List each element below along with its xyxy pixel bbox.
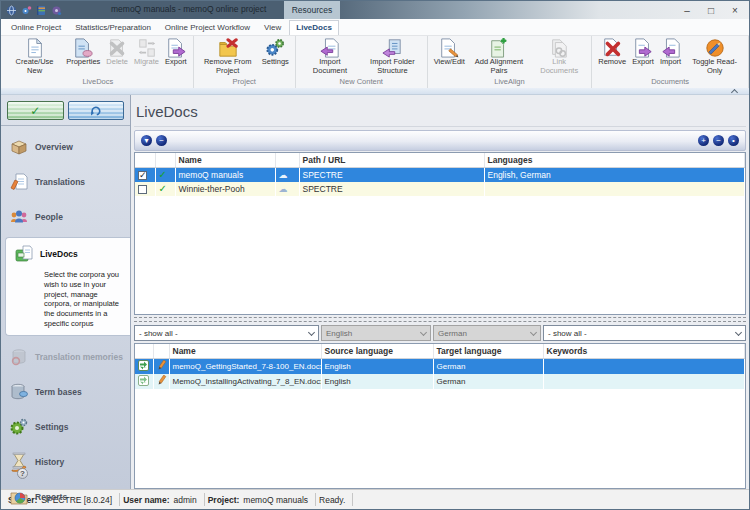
content-area: ✓ Overview Translations People	[1, 95, 749, 489]
remote-corpus-cloud-icon: ☁	[279, 184, 288, 194]
sidebar-item-people[interactable]: People	[1, 203, 130, 231]
sidebar-item-reports[interactable]: Reports	[1, 483, 130, 510]
sidebar-item-overview[interactable]: Overview	[1, 133, 130, 161]
sidebar-item-translations[interactable]: Translations	[1, 168, 130, 196]
tab-view[interactable]: View	[258, 21, 287, 35]
docs-col-source[interactable]: Source language	[321, 344, 433, 359]
delete-button: Delete	[104, 37, 130, 68]
apply-button[interactable]: ✓	[7, 101, 64, 120]
help-icon[interactable]: ?	[17, 468, 28, 479]
project-settings-button[interactable]: Settings	[260, 37, 291, 68]
docs-col-name[interactable]: Name	[169, 344, 321, 359]
sidebar-item-term-bases[interactable]: Term bases	[1, 378, 130, 406]
document-filters: - show all - English German - show all -	[134, 325, 746, 341]
corpora-col-languages[interactable]: Languages	[484, 153, 745, 168]
docs-col-icon[interactable]	[135, 344, 153, 359]
view-edit-button[interactable]: View/Edit	[432, 37, 467, 68]
close-button[interactable]: ×	[723, 1, 747, 19]
project-sidebar: ✓ Overview Translations People	[1, 95, 131, 489]
address-book-icon[interactable]	[36, 5, 47, 16]
clear-filter-icon[interactable]: −	[156, 135, 167, 146]
docs-col-pen[interactable]	[153, 344, 169, 359]
import-document2-button[interactable]: Import	[658, 37, 683, 68]
corpus-row-memoq-manuals[interactable]: ✓ memoQ manuals ☁ SPECTRE English, Germa…	[135, 168, 745, 182]
remote-corpus-cloud-icon: ☁	[279, 170, 288, 180]
import-folder-structure-button[interactable]: Import Folder Structure	[362, 37, 423, 76]
tab-livedocs[interactable]: LiveDocs	[289, 20, 339, 35]
chevron-down-icon	[308, 329, 315, 336]
docs-col-target[interactable]: Target language	[433, 344, 543, 359]
status-user: User name:admin	[120, 493, 204, 506]
chevron-down-icon	[735, 329, 742, 336]
import-folder-icon	[382, 38, 402, 58]
corpus-active-check-icon: ✓	[159, 169, 167, 180]
corpora-col-cloud[interactable]	[275, 153, 299, 168]
window-controls: – □ ×	[675, 1, 747, 19]
corpus-row-winnie-ther-pooh[interactable]: ✓ Winnie-ther-Pooh ☁ SPECTRE	[135, 182, 745, 196]
ribbon-group-livedocs: Create/Use New Properties Delete Migrate…	[3, 36, 194, 88]
properties-button[interactable]: Properties	[64, 37, 102, 68]
translation-memories-icon	[9, 347, 29, 367]
export-doc-icon	[633, 38, 653, 58]
quick-settings-icon[interactable]	[21, 5, 32, 16]
corpora-table: Name Path / URL Languages ✓ memoQ manual…	[134, 152, 746, 315]
link-documents-icon	[549, 38, 569, 58]
toggle-read-only-button[interactable]: Toggle Read-Only	[685, 37, 744, 76]
document-row-getting-started[interactable]: memoQ_GettingStarted_7-8-100_EN.docx-mem…	[135, 359, 745, 375]
corpora-col-name[interactable]: Name	[175, 153, 275, 168]
remove-folder-icon	[218, 38, 238, 58]
read-only-icon	[705, 38, 725, 58]
add-corpus-icon[interactable]: +	[698, 135, 709, 146]
document-row-installing-activating[interactable]: MemoQ_InstallingActivating_7_8_EN.docx-M…	[135, 374, 745, 389]
corpus-checkbox[interactable]	[138, 171, 147, 180]
add-alignment-pairs-button[interactable]: Add Alignment Pairs	[469, 37, 529, 76]
pane-splitter[interactable]	[134, 317, 746, 322]
ribbon-bottom-edge	[1, 88, 749, 95]
export-document-button[interactable]: Export	[630, 37, 656, 68]
corpus-active-check-icon: ✓	[159, 183, 167, 194]
alignment-pair-icon	[138, 375, 149, 386]
sidebar-item-livedocs[interactable]: LiveDocs	[6, 240, 130, 268]
migrate-button: Migrate	[132, 37, 161, 68]
export-icon	[166, 38, 186, 58]
gears-icon	[265, 38, 285, 58]
corpora-col-check[interactable]	[135, 153, 155, 168]
edit-pen-icon	[157, 360, 167, 371]
sidebar-item-settings[interactable]: Settings	[1, 413, 130, 441]
tab-online-project-workflow[interactable]: Online Project Workflow	[159, 21, 256, 35]
ribbon-group-new-content: Import Document Import Folder Structure …	[296, 36, 428, 88]
remove-from-project-button[interactable]: Remove From Project	[198, 37, 258, 76]
corpus-checkbox[interactable]	[138, 185, 147, 194]
name-filter-dropdown[interactable]: - show all -	[134, 325, 319, 341]
remove-document-button[interactable]: Remove	[596, 37, 628, 68]
tab-statistics-preparation[interactable]: Statistics/Preparation	[69, 21, 157, 35]
sidebar-item-translation-memories[interactable]: Translation memories	[1, 343, 130, 371]
resources-gear-icon[interactable]	[51, 5, 62, 16]
refresh-button[interactable]	[68, 101, 125, 120]
refresh-icon	[90, 105, 102, 117]
export-corpus-button[interactable]: Export	[163, 37, 189, 68]
collapse-ribbon-icon[interactable]	[731, 89, 738, 96]
tab-online-project[interactable]: Online Project	[5, 21, 67, 35]
create-use-new-button[interactable]: Create/Use New	[7, 37, 62, 76]
keywords-filter-dropdown[interactable]: - show all -	[543, 325, 746, 341]
corpora-col-path[interactable]: Path / URL	[299, 153, 484, 168]
docs-col-keywords[interactable]: Keywords	[543, 344, 745, 359]
check-icon: ✓	[30, 105, 40, 117]
properties-icon	[73, 38, 93, 58]
filter-icon[interactable]: ▾	[141, 135, 152, 146]
minimize-button[interactable]: –	[675, 1, 699, 19]
term-bases-icon	[9, 382, 29, 402]
corpus-options-icon[interactable]: •	[728, 135, 739, 146]
corpora-col-status[interactable]	[155, 153, 175, 168]
app-logo-icon[interactable]	[6, 5, 17, 16]
import-document-button[interactable]: Import Document	[300, 37, 360, 76]
ribbon-tab-row: Online Project Statistics/Preparation On…	[1, 19, 749, 36]
contextual-tab-group-resources[interactable]: Resources	[284, 1, 340, 19]
maximize-button[interactable]: □	[699, 1, 723, 19]
remove-corpus-icon[interactable]: −	[713, 135, 724, 146]
ribbon-group-project: Remove From Project Settings Project	[194, 36, 296, 88]
alignment-pair-icon	[138, 360, 149, 371]
sidebar-action-buttons: ✓	[1, 95, 130, 126]
import-document-icon	[320, 38, 340, 58]
